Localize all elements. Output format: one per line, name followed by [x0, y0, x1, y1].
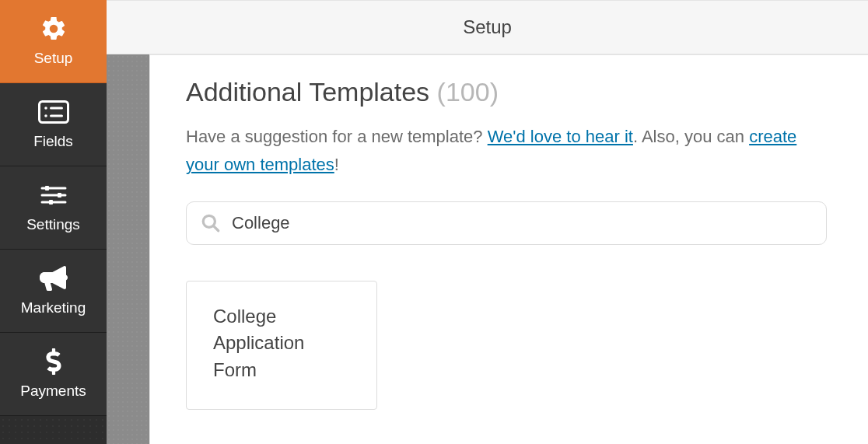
dollar-icon	[45, 347, 62, 376]
sliders-icon	[40, 180, 67, 210]
page-description: Have a suggestion for a new template? We…	[186, 123, 834, 180]
sidebar-item-marketing[interactable]: Marketing	[0, 250, 107, 333]
template-title: College Application Form	[213, 306, 304, 381]
page-heading-text: Additional Templates	[186, 77, 429, 107]
templates-count: (100)	[437, 77, 499, 107]
page-title: Additional Templates (100)	[186, 77, 834, 107]
desc-text: . Also, you can	[633, 127, 749, 146]
sidebar-item-label: Settings	[26, 216, 80, 233]
topbar: Setup	[107, 0, 868, 54]
svg-point-1	[44, 107, 47, 110]
search-input[interactable]	[232, 213, 812, 233]
gear-icon	[40, 14, 68, 44]
sidebar-item-payments[interactable]: Payments	[0, 333, 107, 416]
desc-text: !	[334, 155, 339, 174]
svg-rect-2	[50, 107, 63, 110]
svg-rect-0	[39, 102, 68, 123]
svg-rect-4	[50, 115, 63, 117]
svg-rect-8	[45, 186, 49, 191]
sidebar: Setup Fields	[0, 0, 107, 444]
main-content: Setup Additional Templates (100) Have a …	[107, 0, 868, 444]
sidebar-item-label: Payments	[20, 383, 86, 400]
search-box[interactable]	[186, 201, 827, 245]
sidebar-item-label: Fields	[33, 133, 73, 150]
svg-point-3	[44, 114, 47, 117]
svg-rect-9	[58, 193, 61, 198]
svg-rect-10	[49, 200, 53, 205]
sidebar-item-label: Marketing	[21, 299, 86, 316]
sidebar-item-settings[interactable]: Settings	[0, 166, 107, 250]
suggestion-link[interactable]: We'd love to hear it	[488, 127, 633, 146]
template-tile[interactable]: College Application Form	[186, 281, 377, 410]
search-icon	[201, 213, 221, 233]
desc-text: Have a suggestion for a new template?	[186, 127, 488, 146]
templates-card: Additional Templates (100) Have a sugges…	[149, 54, 868, 444]
sidebar-item-fields[interactable]: Fields	[0, 83, 107, 166]
svg-line-12	[214, 225, 219, 230]
list-icon	[38, 97, 69, 127]
bullhorn-icon	[39, 264, 68, 293]
sidebar-item-setup[interactable]: Setup	[0, 0, 107, 83]
sidebar-item-label: Setup	[34, 50, 73, 67]
content-wrap: Additional Templates (100) Have a sugges…	[107, 54, 868, 444]
templates-grid: College Application Form	[186, 281, 834, 410]
topbar-title: Setup	[463, 16, 512, 38]
